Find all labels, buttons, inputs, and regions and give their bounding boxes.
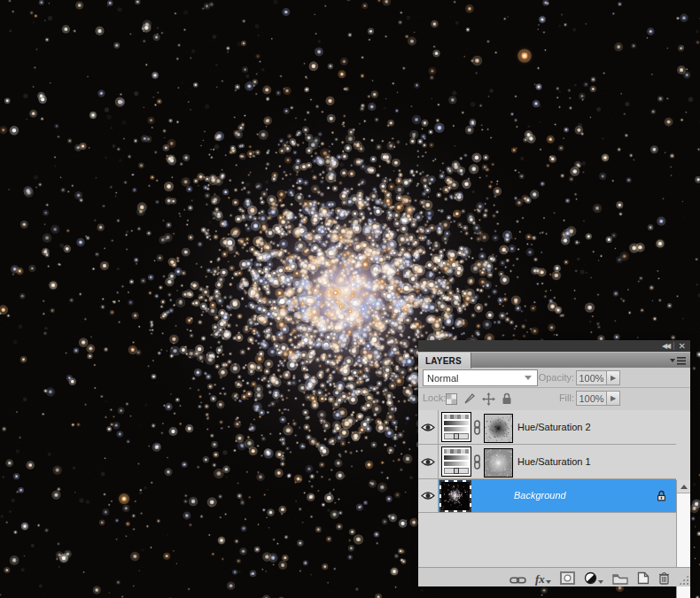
tab-layers[interactable]: LAYERS: [418, 353, 471, 369]
blend-mode-select[interactable]: Normal: [423, 369, 538, 386]
lock-transparency-icon[interactable]: [446, 393, 457, 405]
lock-options-row: Lock:: [418, 388, 690, 410]
panel-menu-icon[interactable]: [670, 356, 686, 366]
opacity-input[interactable]: 100%: [576, 370, 607, 385]
eye-icon: [421, 457, 435, 467]
mask-link-icon[interactable]: [472, 420, 482, 435]
chevron-down-icon: [525, 376, 532, 380]
eye-icon: [421, 491, 435, 501]
panel-tabbar: LAYERS: [418, 352, 690, 368]
adjustment-slider-handle: [454, 468, 459, 474]
lock-label: Lock:: [423, 392, 446, 403]
link-layers-icon[interactable]: [509, 571, 526, 585]
scroll-up-icon[interactable]: [677, 480, 690, 493]
visibility-toggle[interactable]: [418, 479, 439, 512]
delete-layer-trash-icon[interactable]: [658, 571, 670, 585]
layers-list: Hue/Saturation 2: [418, 410, 690, 567]
blend-mode-value: Normal: [427, 373, 525, 384]
photoshop-workspace: ◀◀ | ✕ LAYERS Normal Opacity: 100%: [0, 0, 700, 598]
hue-strip: [444, 449, 469, 454]
adjustment-layer-thumbnail[interactable]: [441, 412, 471, 442]
titlebar-separator: |: [673, 342, 674, 350]
layer-style-fx-icon[interactable]: fx: [535, 571, 551, 585]
opacity-label: Opacity:: [533, 372, 574, 383]
lightness-strip: [444, 427, 469, 431]
hue-strip: [444, 415, 469, 419]
fill-slider-arrow[interactable]: ▶: [607, 391, 620, 406]
add-layer-mask-icon[interactable]: [560, 571, 575, 585]
fill-label: Fill:: [533, 392, 574, 403]
layer-name: Hue/Saturation 2: [517, 422, 591, 432]
layer-row-hue-saturation-1[interactable]: Hue/Saturation 1: [418, 445, 676, 479]
visibility-toggle[interactable]: [418, 445, 439, 478]
eye-icon: [421, 423, 435, 432]
saturation-strip: [444, 421, 469, 425]
visibility-toggle[interactable]: [418, 410, 439, 444]
lock-position-move-icon[interactable]: [482, 392, 495, 406]
mask-link-icon[interactable]: [472, 454, 482, 470]
menu-hamburger-icon: [670, 356, 686, 366]
opacity-slider-arrow[interactable]: ▶: [607, 370, 620, 385]
layer-mask-thumbnail[interactable]: [484, 414, 513, 443]
blend-options-row: Normal Opacity: 100% ▶: [418, 368, 690, 387]
adjustment-slider: [444, 433, 469, 439]
panel-bottom-toolbar: fx: [418, 567, 690, 586]
layer-name: Hue/Saturation 1: [517, 456, 591, 467]
panel-resize-grip[interactable]: [679, 575, 688, 585]
fill-input[interactable]: 100%: [576, 391, 607, 406]
new-layer-icon[interactable]: [637, 571, 649, 585]
layers-panel: ◀◀ | ✕ LAYERS Normal Opacity: 100%: [418, 340, 690, 586]
panel-titlebar: ◀◀ | ✕: [418, 340, 690, 352]
lock-pixels-brush-icon[interactable]: [463, 392, 476, 405]
layer-row-background[interactable]: Background: [418, 479, 676, 513]
saturation-strip: [444, 455, 469, 460]
lock-all-padlock-icon[interactable]: [502, 392, 512, 405]
new-group-folder-icon[interactable]: [612, 571, 628, 585]
layer-locked-icon: [657, 490, 666, 501]
adjustment-layer-thumbnail[interactable]: [441, 447, 471, 477]
layer-mask-thumbnail[interactable]: [484, 448, 513, 478]
layer-row-hue-saturation-2[interactable]: Hue/Saturation 2: [418, 410, 676, 445]
layer-name: Background: [514, 490, 566, 501]
adjustment-slider-handle: [454, 433, 459, 439]
new-adjustment-layer-icon[interactable]: [584, 571, 603, 585]
adjustment-slider: [444, 468, 469, 474]
background-layer-thumbnail[interactable]: [439, 480, 471, 512]
collapse-panel-icon[interactable]: ◀◀: [662, 342, 669, 350]
lightness-strip: [444, 462, 469, 466]
close-panel-icon[interactable]: ✕: [679, 342, 686, 351]
